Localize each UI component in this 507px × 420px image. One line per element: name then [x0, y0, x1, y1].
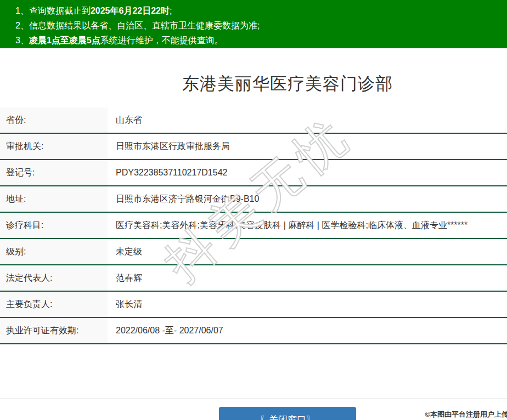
notice-number: 1、 — [15, 6, 29, 15]
copyright-watermark: ©本图由平台注册用户上传 — [425, 410, 507, 419]
page-content: 1、查询数据截止到2025年6月22日22时; 2、信息数据结果以各省、自治区、… — [0, 0, 507, 420]
row-label: 法定代表人: — [0, 265, 108, 291]
query-result-page: 1、查询数据截止到2025年6月22日22时; 2、信息数据结果以各省、自治区、… — [0, 0, 507, 420]
row-value: 山东省 — [108, 107, 507, 133]
row-label: 主要负责人: — [0, 292, 108, 317]
notice-text: 信息数据结果以各省、自治区、直辖市卫生健康委数据为准; — [29, 21, 260, 30]
row-value: 张长清 — [108, 292, 507, 317]
details-table: 省份: 山东省 审批机关: 日照市东港区行政审批服务局 登记号: PDY3223… — [0, 107, 507, 344]
row-value: PDY32238537110217D1542 — [108, 160, 507, 185]
row-label: 审批机关: — [0, 134, 108, 159]
row-value: 日照市东港区行政审批服务局 — [108, 134, 507, 159]
close-window-button[interactable]: 〖关闭窗口〗 — [219, 407, 356, 420]
table-row-person-in-charge: 主要负责人: 张长清 — [0, 292, 507, 318]
notice-line-2: 2、信息数据结果以各省、自治区、直辖市卫生健康委数据为准; — [15, 18, 507, 33]
notice-number: 2、 — [15, 21, 29, 30]
table-row-license-validity: 执业许可证有效期: 2022/06/08 -至- 2027/06/07 — [0, 318, 507, 344]
notice-line-3: 3、凌晨1点至凌晨5点系统进行维护，不能提供查询。 — [15, 33, 507, 48]
table-row-treatment-subjects: 诊疗科目: 医疗美容科;美容外科;美容牙科;美容皮肤科 | 麻醉科 | 医学检验… — [0, 213, 507, 239]
notice-text-bold: 2025年6月22日22时 — [91, 6, 170, 15]
page-title: 东港美丽华医疗美容门诊部 — [0, 72, 507, 95]
table-row-province: 省份: 山东省 — [0, 107, 507, 134]
row-value: 日照市东港区济宁路银河金街B9-B10 — [108, 186, 507, 212]
row-value: 未定级 — [108, 239, 507, 264]
row-label: 执业许可证有效期: — [0, 318, 108, 343]
row-value: 2022/06/08 -至- 2027/06/07 — [108, 318, 507, 343]
footer-divider — [0, 398, 507, 399]
row-label: 级别: — [0, 239, 108, 264]
table-row-legal-representative: 法定代表人: 范春辉 — [0, 265, 507, 292]
row-label: 省份: — [0, 107, 108, 133]
row-label: 诊疗科目: — [0, 213, 108, 238]
notice-text: ; — [170, 6, 172, 15]
notice-line-1: 1、查询数据截止到2025年6月22日22时; — [15, 3, 507, 18]
notice-bar: 1、查询数据截止到2025年6月22日22时; 2、信息数据结果以各省、自治区、… — [0, 0, 507, 48]
row-label: 地址: — [0, 186, 108, 212]
notice-number: 3、 — [15, 36, 29, 45]
table-row-address: 地址: 日照市东港区济宁路银河金街B9-B10 — [0, 186, 507, 213]
row-value: 范春辉 — [108, 265, 507, 291]
row-value: 医疗美容科;美容外科;美容牙科;美容皮肤科 | 麻醉科 | 医学检验科;临床体液… — [108, 213, 507, 238]
notice-text: 系统进行维护，不能提供查询。 — [100, 36, 223, 45]
table-row-registration-number: 登记号: PDY32238537110217D1542 — [0, 160, 507, 186]
notice-text: 查询数据截止到 — [29, 6, 91, 15]
row-label: 登记号: — [0, 160, 108, 185]
table-row-level: 级别: 未定级 — [0, 239, 507, 265]
notice-text-bold: 凌晨1点至凌晨5点 — [29, 36, 100, 45]
table-row-approval-authority: 审批机关: 日照市东港区行政审批服务局 — [0, 134, 507, 160]
